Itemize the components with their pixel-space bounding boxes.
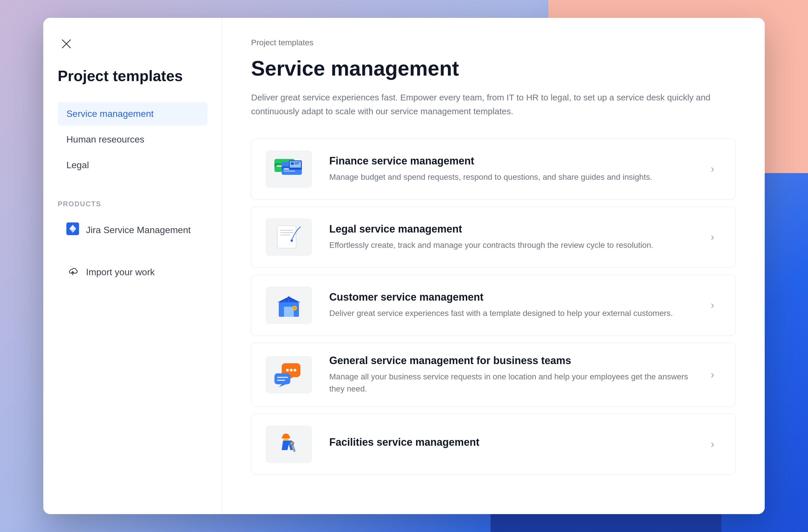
template-title-legal: Legal service management [329, 223, 704, 235]
svg-point-28 [293, 369, 296, 372]
template-content-finance: Finance service management Manage budget… [329, 155, 704, 183]
close-button[interactable] [58, 35, 75, 53]
sidebar: Project templates Service management Hum… [43, 18, 222, 514]
template-arrow-legal: › [704, 228, 721, 246]
import-label: Import your work [86, 267, 155, 277]
template-content-general: General service management for business … [329, 354, 704, 395]
template-title-facilities: Facilities service management [329, 436, 704, 448]
template-icon-legal [266, 218, 312, 256]
jira-icon [67, 222, 79, 237]
svg-rect-5 [276, 165, 282, 167]
svg-rect-22 [284, 307, 294, 317]
template-desc-legal: Effortlessly create, track and manage yo… [329, 239, 704, 251]
template-card-customer[interactable]: Customer service management Deliver grea… [251, 275, 736, 336]
page-description: Deliver great service experiences fast. … [251, 91, 713, 118]
template-card-facilities[interactable]: Facilities service management › [251, 414, 736, 475]
svg-rect-19 [280, 235, 290, 235]
page-title: Service management [251, 57, 736, 80]
template-arrow-finance: › [704, 160, 721, 178]
sidebar-item-legal[interactable]: Legal [58, 153, 207, 177]
template-title-finance: Finance service management [329, 155, 704, 167]
template-arrow-general: › [704, 366, 721, 383]
svg-rect-29 [274, 373, 290, 384]
template-card-legal[interactable]: Legal service management Effortlessly cr… [251, 206, 736, 268]
svg-point-24 [293, 307, 296, 310]
template-list: Finance service management Manage budget… [251, 139, 736, 475]
svg-rect-17 [280, 230, 293, 231]
template-content-legal: Legal service management Effortlessly cr… [329, 223, 704, 251]
svg-rect-13 [295, 162, 300, 163]
svg-rect-12 [291, 162, 294, 165]
svg-rect-14 [295, 164, 299, 164]
template-arrow-customer: › [704, 297, 721, 314]
svg-point-36 [290, 442, 293, 445]
template-content-customer: Customer service management Deliver grea… [329, 291, 704, 319]
template-content-facilities: Facilities service management [329, 436, 704, 452]
template-card-finance[interactable]: Finance service management Manage budget… [251, 139, 736, 200]
svg-rect-18 [280, 232, 293, 233]
main-content: Project templates Service management Del… [222, 18, 765, 514]
template-card-general[interactable]: General service management for business … [251, 343, 736, 407]
template-title-customer: Customer service management [329, 291, 704, 303]
svg-rect-9 [284, 170, 295, 172]
cloud-upload-icon [67, 264, 79, 279]
template-icon-finance [266, 150, 312, 188]
svg-point-26 [286, 369, 289, 372]
jira-service-management-item[interactable]: Jira Service Management [58, 216, 207, 244]
sidebar-item-service-management[interactable]: Service management [58, 102, 207, 126]
import-work-item[interactable]: Import your work [58, 258, 207, 286]
template-desc-customer: Deliver great service experiences fast w… [329, 307, 704, 319]
sidebar-nav: Service management Human reseources Lega… [58, 102, 207, 177]
svg-point-20 [291, 239, 293, 242]
template-desc-general: Manage all your business service request… [329, 371, 704, 395]
breadcrumb: Project templates [251, 38, 736, 47]
template-arrow-facilities: › [704, 436, 721, 453]
jira-product-label: Jira Service Management [86, 225, 191, 235]
svg-rect-33 [282, 437, 290, 438]
svg-rect-30 [277, 377, 288, 378]
modal-container: Project templates Service management Hum… [43, 18, 765, 514]
products-section-label: PRODUCTS [58, 200, 207, 208]
template-title-general: General service management for business … [329, 354, 704, 367]
template-icon-customer [266, 287, 312, 324]
template-icon-general [266, 356, 312, 393]
template-icon-facilities [266, 425, 312, 463]
sidebar-item-human-resources[interactable]: Human reseources [58, 128, 207, 151]
template-desc-finance: Manage budget and spend requests, respon… [329, 171, 704, 183]
sidebar-title: Project templates [58, 67, 207, 85]
svg-rect-31 [277, 380, 285, 381]
svg-point-27 [290, 369, 293, 372]
